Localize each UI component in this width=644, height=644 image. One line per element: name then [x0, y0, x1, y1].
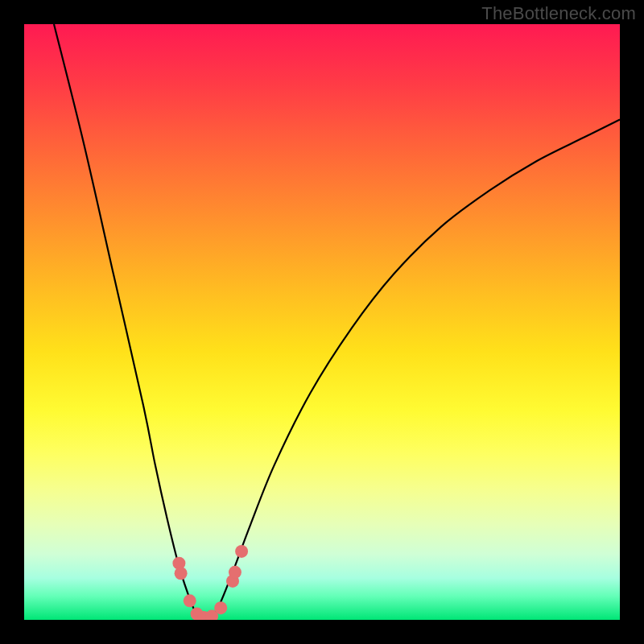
curve-marker-dot: [229, 566, 242, 579]
curve-markers: [24, 24, 620, 620]
curve-marker-dot: [175, 567, 188, 580]
watermark-text: TheBottleneck.com: [481, 3, 636, 24]
chart-frame: TheBottleneck.com: [0, 0, 644, 644]
curve-marker-dot: [235, 545, 248, 558]
plot-area: [24, 24, 620, 620]
curve-marker-dot: [184, 594, 196, 607]
curve-marker-dot: [214, 601, 227, 614]
